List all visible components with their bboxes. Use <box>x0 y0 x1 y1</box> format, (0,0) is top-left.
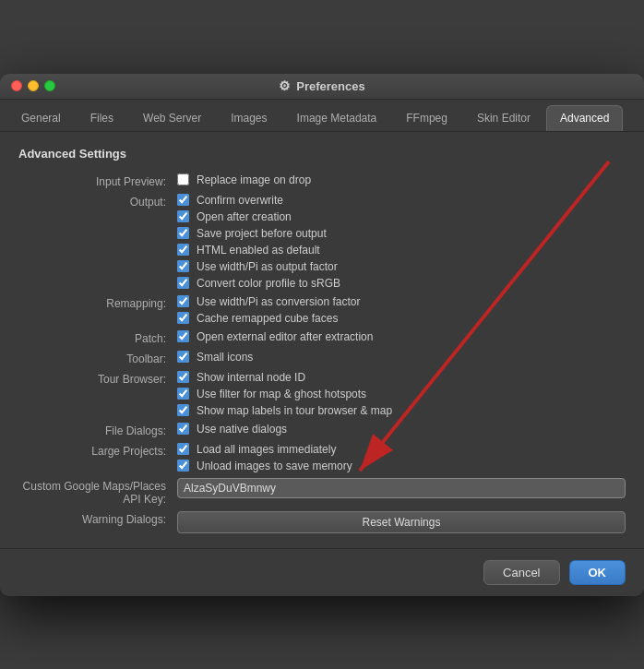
open-external-editor-checkbox[interactable] <box>177 330 189 342</box>
use-filter-for-map-checkbox[interactable] <box>177 388 189 400</box>
use-width-pi-conversion-row[interactable]: Use width/Pi as conversion factor <box>177 295 626 308</box>
close-button[interactable] <box>11 80 22 91</box>
tour-browser-options: Show internal node ID Use filter for map… <box>177 371 626 417</box>
toolbar-label: Toolbar: <box>18 351 166 365</box>
tab-image-metadata[interactable]: Image Metadata <box>283 105 391 131</box>
show-map-labels-row[interactable]: Show map labels in tour browser & map <box>177 404 626 417</box>
cache-remapped-cube-faces-label: Cache remapped cube faces <box>197 312 338 325</box>
content-area: Advanced Settings Input Preview: Replace… <box>0 132 644 548</box>
use-width-pi-conversion-checkbox[interactable] <box>177 295 189 307</box>
minimize-button[interactable] <box>28 80 39 91</box>
load-all-images-row[interactable]: Load all images immediately <box>177 443 626 456</box>
confirm-overwrite-row[interactable]: Confirm overwrite <box>177 194 626 207</box>
window-title: ⚙ Preferences <box>279 78 364 93</box>
maximize-button[interactable] <box>44 80 55 91</box>
unload-images-row[interactable]: Unload images to save memory <box>177 460 626 472</box>
open-after-creation-checkbox[interactable] <box>177 210 189 222</box>
toolbar-options: Small icons <box>177 351 626 364</box>
use-filter-for-map-label: Use filter for map & ghost hotspots <box>197 388 366 400</box>
remapping-label: Remapping: <box>18 295 166 310</box>
html-enabled-checkbox[interactable] <box>177 244 189 256</box>
remapping-options: Use width/Pi as conversion factor Cache … <box>177 295 626 325</box>
convert-color-profile-checkbox[interactable] <box>177 277 189 289</box>
tab-skin-editor[interactable]: Skin Editor <box>463 105 544 131</box>
confirm-overwrite-checkbox[interactable] <box>177 194 189 206</box>
open-external-editor-label: Open external editor after extraction <box>197 330 373 343</box>
html-enabled-row[interactable]: HTML enabled as default <box>177 244 626 257</box>
patch-label: Patch: <box>18 330 166 345</box>
replace-image-on-drop-label: Replace image on drop <box>197 173 311 186</box>
load-all-images-checkbox[interactable] <box>177 443 189 455</box>
warning-dialogs-label: Warning Dialogs: <box>18 511 166 526</box>
large-projects-options: Load all images immediately Unload image… <box>177 443 626 472</box>
use-native-dialogs-checkbox[interactable] <box>177 423 189 435</box>
tab-general[interactable]: General <box>7 105 75 131</box>
show-map-labels-checkbox[interactable] <box>177 404 189 416</box>
output-options: Confirm overwrite Open after creation Sa… <box>177 194 626 290</box>
confirm-overwrite-label: Confirm overwrite <box>197 194 283 207</box>
small-icons-checkbox[interactable] <box>177 351 189 363</box>
convert-color-profile-label: Convert color profile to sRGB <box>197 277 340 290</box>
custom-google-maps-label: Custom Google Maps/Places API Key: <box>18 478 166 506</box>
use-native-dialogs-row[interactable]: Use native dialogs <box>177 423 626 436</box>
traffic-lights <box>11 80 55 91</box>
ok-button[interactable]: OK <box>569 560 626 585</box>
large-projects-label: Large Projects: <box>18 443 166 458</box>
save-project-before-output-label: Save project before output <box>197 227 327 240</box>
show-map-labels-label: Show map labels in tour browser & map <box>197 404 392 417</box>
window-icon: ⚙ <box>279 78 291 93</box>
show-internal-node-id-label: Show internal node ID <box>197 371 305 384</box>
tour-browser-label: Tour Browser: <box>18 371 166 386</box>
cache-remapped-cube-faces-row[interactable]: Cache remapped cube faces <box>177 312 626 325</box>
replace-image-on-drop-checkbox[interactable] <box>177 173 189 185</box>
open-external-editor-row[interactable]: Open external editor after extraction <box>177 330 626 343</box>
use-width-pi-output-label: Use width/Pi as output factor <box>197 260 338 273</box>
unload-images-label: Unload images to save memory <box>197 460 352 472</box>
use-width-pi-output-checkbox[interactable] <box>177 260 189 272</box>
titlebar: ⚙ Preferences <box>0 74 644 100</box>
show-internal-node-id-checkbox[interactable] <box>177 371 189 383</box>
use-native-dialogs-label: Use native dialogs <box>197 423 287 436</box>
tab-bar: General Files Web Server Images Image Me… <box>0 100 644 132</box>
replace-image-on-drop-row[interactable]: Replace image on drop <box>177 173 626 186</box>
reset-warnings-button[interactable]: Reset Warnings <box>177 511 626 533</box>
window-title-text: Preferences <box>296 79 364 93</box>
warning-dialogs-options: Reset Warnings <box>177 511 626 533</box>
cache-remapped-cube-faces-checkbox[interactable] <box>177 312 189 324</box>
tab-web-server[interactable]: Web Server <box>129 105 215 131</box>
load-all-images-label: Load all images immediately <box>197 443 336 456</box>
convert-color-profile-row[interactable]: Convert color profile to sRGB <box>177 277 626 290</box>
cancel-button[interactable]: Cancel <box>483 560 559 585</box>
file-dialogs-options: Use native dialogs <box>177 423 626 436</box>
api-key-input[interactable] <box>177 478 626 498</box>
open-after-creation-label: Open after creation <box>197 210 292 223</box>
use-width-pi-conversion-label: Use width/Pi as conversion factor <box>197 295 360 308</box>
tab-images[interactable]: Images <box>217 105 280 131</box>
input-preview-options: Replace image on drop <box>177 173 626 186</box>
html-enabled-label: HTML enabled as default <box>197 244 320 257</box>
unload-images-checkbox[interactable] <box>177 460 189 472</box>
open-after-creation-row[interactable]: Open after creation <box>177 210 626 223</box>
small-icons-row[interactable]: Small icons <box>177 351 626 364</box>
patch-options: Open external editor after extraction <box>177 330 626 343</box>
use-width-pi-output-row[interactable]: Use width/Pi as output factor <box>177 260 626 273</box>
section-title: Advanced Settings <box>18 147 626 161</box>
tab-files[interactable]: Files <box>77 105 127 131</box>
use-filter-for-map-row[interactable]: Use filter for map & ghost hotspots <box>177 388 626 400</box>
settings-grid: Input Preview: Replace image on drop Out… <box>18 173 626 533</box>
save-project-before-output-checkbox[interactable] <box>177 227 189 239</box>
api-key-row <box>177 478 626 498</box>
tab-advanced[interactable]: Advanced <box>546 105 623 131</box>
save-project-before-output-row[interactable]: Save project before output <box>177 227 626 240</box>
tab-ffmpeg[interactable]: FFmpeg <box>392 105 461 131</box>
input-preview-label: Input Preview: <box>18 173 166 188</box>
footer: Cancel OK <box>0 548 644 596</box>
file-dialogs-label: File Dialogs: <box>18 423 166 437</box>
small-icons-label: Small icons <box>197 351 253 364</box>
show-internal-node-id-row[interactable]: Show internal node ID <box>177 371 626 384</box>
output-label: Output: <box>18 194 166 209</box>
